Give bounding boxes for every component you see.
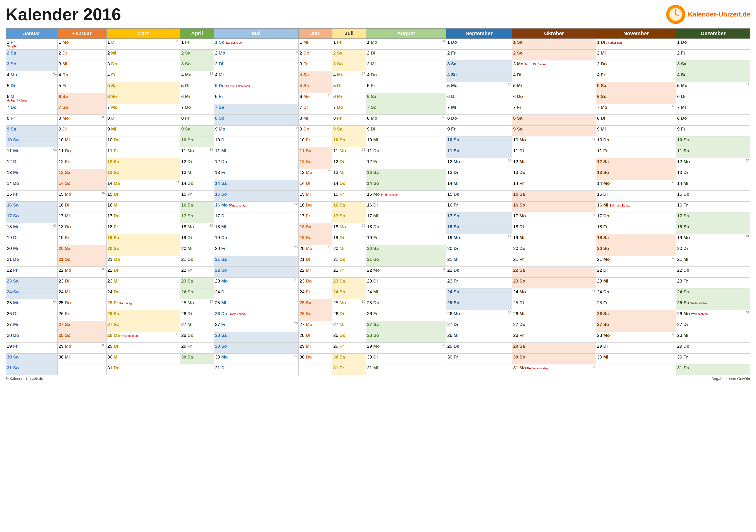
table-cell: 8 So [214,115,298,126]
table-cell: 5119 Mo [676,234,750,245]
table-cell: 7 Mi [446,104,512,115]
table-cell: 457 Mo [596,104,676,115]
table-cell: 7 Do [332,104,366,115]
table-cell: 27 Mo [298,321,332,332]
table-cell: 23 Fr [676,278,750,289]
table-cell: 24 Fr [298,289,332,299]
table-cell: 29 Fr [6,343,58,354]
table-cell: 16 Sa [6,202,58,213]
table-cell: 18 So [446,223,512,234]
logo-text: Kalender-Uhrzeit.de [688,11,750,18]
table-cell: 13 Sa [366,169,446,180]
table-cell: 20 Di [446,245,512,256]
table-cell: 18 Do [366,223,446,234]
table-cell: 1 Do [446,39,512,50]
table-cell: 365 Mo [446,82,512,93]
table-cell: 3 Sa [676,61,750,71]
table-cell: 1114 Mo [106,180,180,191]
table-row: 31 So 31 Do 31 Di 31 Fr 31 Mi 4431 Mo Re… [6,365,750,375]
table-row: 17 So 17 Mi 17 Do 17 So 17 Di 17 Fr 17 S… [6,213,750,223]
table-cell: 2 Fr [676,50,750,61]
table-cell: 2 Fr [446,50,512,61]
table-cell: 4324 Mo [512,289,596,299]
table-cell: 12 Fr [366,158,446,169]
table-cell: 25 Di [512,299,596,310]
table-cell: 15 Di [106,191,180,202]
table-row: 9 Sa 9 Di 9 Mi 9 Sa 199 Mo 9 Do 9 Sa 9 D… [6,126,750,137]
month-apr: April [180,29,214,39]
table-cell: 25 Fr Karfreitag [106,299,180,310]
table-cell: 28 So [366,332,446,343]
table-cell: 22 So [214,267,298,278]
table-cell: 12 Mi [512,158,596,169]
table-cell: 10 Do [106,137,180,147]
table-cell: 18 Fr [596,223,676,234]
table-row: 21 Do 21 So 1221 Mo 21 Do 21 Sa 21 Di 21… [6,256,750,267]
table-cell: 2016 Mo Pfingstmontag [214,202,298,213]
footer-left: © Kalender-Uhrzeit.de [6,377,43,381]
table-cell: 27 Mi [180,321,214,332]
table-row: 8 Fr 068 Mo 8 Di 8 Fr 8 So 8 Mi 8 Fr 328… [6,115,750,126]
table-cell: 12 Di [332,158,366,169]
table-cell: 236 Mo [298,93,332,104]
table-cell: 23 Sa [180,278,214,289]
table-cell: 17 Fr [298,213,332,223]
table-cell: 22 Fr [332,267,366,278]
table-cell: 9 Do [298,126,332,137]
table-cell: 5 Mi [512,82,596,93]
table-cell: 13 Sa [58,169,107,180]
table-cell: 26 Sa [596,310,676,321]
table-cell: 29 Do [676,343,750,354]
table-cell: 0425 Mo [6,299,58,310]
calendar-table: Januar Februar März April Mai Juni Juli … [6,28,750,375]
table-row: 26 Di 26 Fr 26 Sa 26 Di 26 Do Fronleichn… [6,310,750,321]
table-cell: 3 Mo Tag d. Dt. Einheit [512,61,596,71]
table-cell: 30 Mi [58,354,107,365]
table-cell: 19 So [298,234,332,245]
table-cell: 11 So [676,147,750,158]
table-cell: 17 So [6,213,58,223]
table-cell: 28 Sa [214,332,298,343]
table-cell: 17 Di [214,213,298,223]
table-cell: 24 Sa [676,289,750,299]
table-cell: 13 Mi [332,169,366,180]
table-cell: 8 Do [676,115,750,126]
logo-area: Kalender-Uhrzeit.de [666,5,750,24]
table-cell: 22 Sa [512,267,596,278]
table-cell: 15 Di [596,191,676,202]
table-cell: 19 Mi [512,234,596,245]
table-cell: 20 So [596,245,676,256]
table-cell: 1725 Mo [180,299,214,310]
table-cell: 24 So [180,289,214,299]
table-cell: 16 Di [366,202,446,213]
table-cell: 22 Fr [180,267,214,278]
table-cell: 25 Do [366,299,446,310]
table-cell: 23 Do [298,278,332,289]
table-row: 16 Sa 16 Di 16 Mi 16 Sa 2016 Mo Pfingstm… [6,202,750,213]
table-cell: 12 So [298,158,332,169]
table-cell: 23 Sa [332,278,366,289]
table-cell: 3819 Mo [446,234,512,245]
table-cell: 8 Do [446,115,512,126]
table-cell: 29 Sa [512,343,596,354]
table-cell: 2520 Fr [214,245,298,256]
table-cell: 13 Mi [6,169,58,180]
table-cell: 11 Fr [106,147,180,158]
table-cell: 17 Sa [446,213,512,223]
table-cell: 23 Mi [106,278,180,289]
table-row: 30 Sa 30 Mi 30 Mi 30 Sa 2230 Mo 30 Do 30… [6,354,750,365]
table-cell: 18 Sa [298,223,332,234]
table-cell: 7 Do [180,104,214,115]
table-cell: 1618 Mo [180,223,214,234]
table-cell: 20 So [106,245,180,256]
table-row: 15 Fr 0715 Mo 15 Di 15 Fr 15 So 15 Mi 15… [6,191,750,202]
table-cell: 27 Sa [366,321,446,332]
month-nov: November [596,29,676,39]
table-cell: 27 Mi [332,321,366,332]
table-cell: 0715 Mo [58,191,107,202]
table-row: 23 Sa 23 Di 23 Mi 23 Sa 2123 Mo 23 Do 23… [6,278,750,289]
table-cell: 14 Do [180,180,214,191]
table-cell: 6 MiHeilige 3 Könige [6,93,58,104]
table-cell: 20 Mi [6,245,58,256]
table-row: 22 Fr 0822 Mo 22 Di 22 Fr 22 So 22 Mi 22… [6,267,750,278]
